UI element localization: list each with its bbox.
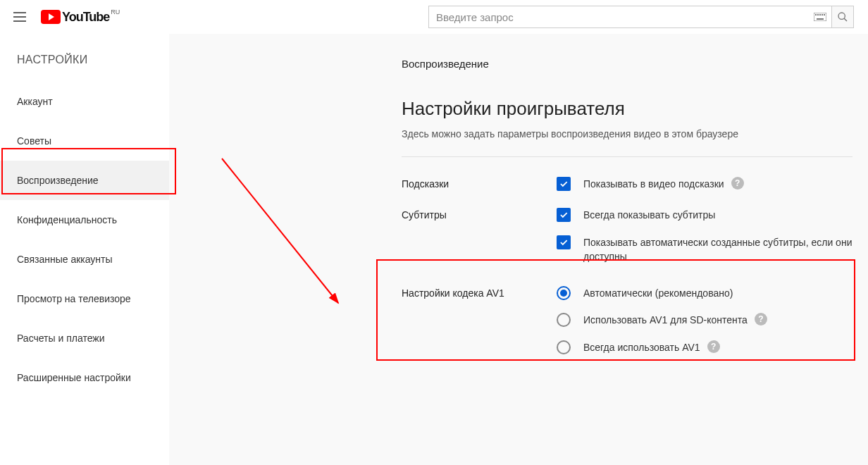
section-hints-label: Подсказки — [402, 177, 557, 190]
section-av1-label: Настройки кодека AV1 — [402, 286, 557, 299]
help-icon[interactable]: ? — [755, 313, 767, 326]
page-title: Настройки проигрывателя — [402, 98, 868, 120]
section-subs-label: Субтитры — [402, 208, 557, 221]
option-av1-auto: Автоматически (рекомендовано) — [583, 286, 733, 300]
sidebar-item-tips[interactable]: Советы — [0, 121, 169, 161]
svg-rect-1 — [815, 14, 817, 16]
radio-av1-auto[interactable] — [557, 286, 571, 300]
option-always-show-subs: Всегда показывать субтитры — [583, 208, 715, 222]
sidebar-item-linked-accounts[interactable]: Связанные аккаунты — [0, 240, 169, 279]
svg-line-8 — [844, 18, 847, 21]
divider — [402, 156, 852, 157]
svg-rect-2 — [817, 14, 819, 16]
svg-rect-3 — [819, 14, 821, 16]
svg-rect-4 — [822, 14, 823, 16]
sidebar-item-playback[interactable]: Воспроизведение — [0, 161, 169, 200]
keyboard-icon[interactable] — [809, 6, 831, 28]
logo-text: YouTube — [62, 10, 109, 25]
sidebar-title: НАСТРОЙКИ — [0, 46, 169, 82]
option-av1-always: Всегда использовать AV1 — [583, 340, 700, 354]
settings-sidebar: НАСТРОЙКИ Аккаунт Советы Воспроизведение… — [0, 34, 169, 465]
search-input[interactable] — [428, 6, 809, 28]
sidebar-item-advanced[interactable]: Расширенные настройки — [0, 358, 169, 397]
svg-rect-6 — [817, 18, 824, 20]
svg-rect-0 — [814, 13, 826, 21]
breadcrumb: Воспроизведение — [402, 58, 868, 70]
sidebar-item-account[interactable]: Аккаунт — [0, 82, 169, 121]
option-av1-sd: Использовать AV1 для SD-контента — [583, 313, 748, 327]
help-icon[interactable]: ? — [707, 340, 720, 353]
sidebar-item-tv[interactable]: Просмотр на телевизоре — [0, 279, 169, 318]
option-auto-subs: Показывать автоматически созданные субти… — [583, 235, 852, 264]
logo-region: RU — [111, 8, 120, 16]
search-button[interactable] — [831, 6, 854, 28]
checkbox-always-show-subs[interactable] — [557, 208, 571, 222]
help-icon[interactable]: ? — [731, 177, 744, 190]
menu-icon[interactable] — [11, 8, 28, 25]
svg-rect-5 — [824, 14, 825, 16]
youtube-logo[interactable]: YouTube RU — [41, 10, 120, 25]
svg-point-7 — [838, 13, 845, 19]
option-show-info-cards: Показывать в видео подсказки — [583, 177, 724, 191]
checkbox-show-info-cards[interactable] — [557, 177, 571, 191]
sidebar-item-privacy[interactable]: Конфиденциальность — [0, 200, 169, 240]
page-subtitle: Здесь можно задать параметры воспроизвед… — [402, 128, 868, 140]
radio-av1-sd[interactable] — [557, 313, 571, 327]
sidebar-item-billing[interactable]: Расчеты и платежи — [0, 318, 169, 358]
radio-av1-always[interactable] — [557, 340, 571, 354]
checkbox-auto-subs[interactable] — [557, 235, 571, 249]
